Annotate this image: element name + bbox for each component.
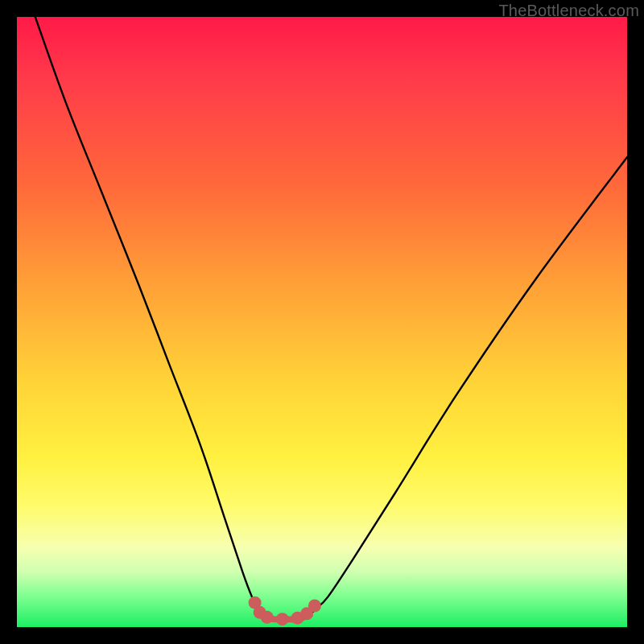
highlight-dot bbox=[308, 599, 321, 612]
curve-left-branch bbox=[35, 17, 261, 615]
curve-right-branch bbox=[310, 157, 627, 615]
highlight-dot bbox=[276, 613, 289, 625]
chart-svg bbox=[17, 17, 627, 627]
chart-frame: TheBottleneck.com bbox=[0, 0, 644, 644]
curve-group bbox=[35, 17, 627, 620]
watermark-text: TheBottleneck.com bbox=[498, 2, 639, 20]
highlight-dot bbox=[261, 611, 274, 624]
plot-area bbox=[17, 17, 627, 627]
highlight-markers bbox=[249, 597, 321, 625]
